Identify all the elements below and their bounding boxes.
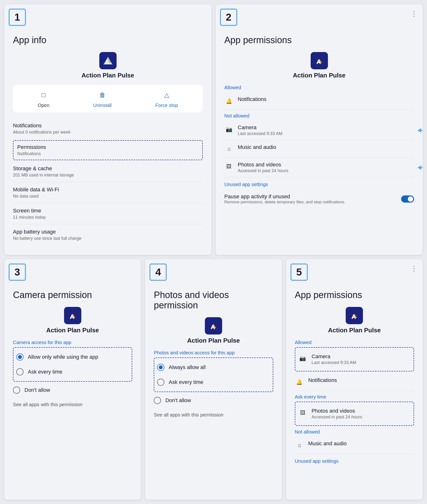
app-icon-wrap-5: A Action Plan Pulse [295,307,414,334]
camera-allowed-icon: 📷 [298,354,307,363]
camera-allowed-sub: Last accessed 9:33 AM [312,360,411,365]
pause-row[interactable]: Pause app activity if unused Remove perm… [224,190,414,208]
screen-2: 2 ⋮ App permissions A Action Plan Pulse … [216,4,423,255]
ask-every-time-option-4[interactable]: Ask every time [157,375,270,390]
notifications-title: Notifications [13,122,203,129]
ask-every-time-label-3: Ask every time [28,369,62,375]
notifications-row[interactable]: Notifications About 0 notifications per … [13,118,203,139]
ask-every-time-label-5: Ask every time [295,394,414,400]
dont-allow-option-4[interactable]: Don't allow [154,393,273,408]
svg-text:A: A [316,58,321,66]
photos-perm-sub: Accessed in past 24 hours [238,168,414,173]
photos-perm-row[interactable]: 🖼 Photos and videos Accessed in past 24 … [224,158,414,177]
camera-allowed-row[interactable]: 📷 Camera Last accessed 9:33 AM [298,350,411,369]
notifications-perm-name: Notifications [238,96,414,102]
photos-ask-sub: Accessed in past 24 hours [312,414,411,420]
photos-options-dashed: Always allow all Ask every time [154,358,273,392]
screen-time-row[interactable]: Screen time 11 minutes today [13,203,203,225]
screen-time-sub: 11 minutes today [13,215,203,220]
app-icon-wrap-1: A Action Plan Pulse [13,52,203,79]
pause-toggle[interactable] [401,196,414,203]
photos-perm-name: Photos and videos [238,162,414,168]
unused-section-2: Unused app settings Pause app activity i… [224,182,414,208]
notifications-perm-row[interactable]: 🔔 Notifications [224,92,414,110]
always-allow-all-label: Always allow all [169,364,206,370]
photos-ask-dashed: 🖼 Photos and videos Accessed in past 24 … [295,402,414,426]
dont-allow-radio-3[interactable] [13,386,20,394]
app-icon-wrap-2: A Action Plan Pulse [224,52,414,79]
music-not-allowed-row-5[interactable]: ♫ Music and audio [295,437,414,454]
not-allowed-label-5: Not allowed [295,429,414,435]
step-badge-3: 3 [9,263,26,281]
dont-allow-label-4: Don't allow [165,397,191,404]
camera-allowed-name: Camera [312,354,411,360]
ask-every-time-option-3[interactable]: Ask every time [16,364,129,379]
mobile-data-sub: No data used [13,194,203,199]
notifications-sub: About 0 notifications per week [13,130,203,135]
step-badge-5: 5 [290,263,308,281]
bottom-row: 3 Camera permission A Action Plan Pulse … [4,259,423,500]
dont-allow-option-3[interactable]: Don't allow [13,383,132,398]
allowed-label-5: Allowed [295,340,414,345]
screen-5: 5 ⋮ App permissions A Action Plan Pulse … [286,259,423,500]
pause-sub: Remove permissions, delete temporary fil… [224,200,345,204]
always-allow-radio[interactable] [157,364,164,371]
notifications-allowed-row-5[interactable]: 🔔 Notifications [295,373,414,391]
app-icon-4: A [205,317,222,334]
ask-radio-4[interactable] [157,379,164,386]
unused-section-5: Unused app settings [295,459,414,464]
screen-time-title: Screen time [13,208,203,214]
see-all-3[interactable]: See all apps with this permission [13,402,132,407]
music-icon-5: ♫ [295,441,304,450]
screen-4-title: Photos and videos permission [154,290,273,310]
step-badge-2: 2 [220,9,237,26]
screen-5-title: App permissions [295,290,414,300]
uninstall-button[interactable]: 🗑 Uninstall [93,89,112,108]
camera-access-label: Camera access for this app [13,340,132,345]
photos-ask-icon: 🖼 [298,408,307,417]
svg-text:A: A [211,323,215,331]
camera-icon: 📷 [224,125,233,134]
battery-row[interactable]: App battery usage No battery use since l… [13,225,203,245]
allow-while-using-option[interactable]: Allow only while using the app [16,350,129,364]
uninstall-label: Uninstall [93,103,112,108]
open-button[interactable]: □ Open [38,89,49,108]
camera-perm-sub: Last accessed 9:33 AM [238,131,414,136]
bell-icon: 🔔 [224,97,233,106]
bell-icon-5: 🔔 [295,378,304,387]
battery-sub: No battery use since last full charge [13,236,203,241]
notifications-allowed-name-5: Notifications [308,377,414,384]
always-allow-all-option[interactable]: Always allow all [157,360,270,375]
photos-ask-row[interactable]: 🖼 Photos and videos Accessed in past 24 … [298,404,411,423]
storage-row[interactable]: Storage & cache 201 MB used in internal … [13,161,203,182]
storage-sub: 201 MB used in internal storage [13,173,203,178]
ask-radio-3[interactable] [16,368,23,376]
permissions-row[interactable]: Permissions Notifications [13,140,203,160]
action-buttons: □ Open 🗑 Uninstall △ Force stop [13,85,203,113]
unused-label-5[interactable]: Unused app settings [295,459,414,464]
force-stop-button[interactable]: △ Force stop [155,89,178,108]
unused-label-2[interactable]: Unused app settings [224,182,414,187]
open-label: Open [38,103,49,108]
svg-text:A: A [351,313,356,320]
music-perm-row[interactable]: ♫ Music and audio [224,140,414,158]
see-all-4[interactable]: See all apps with this permission [154,412,273,418]
more-icon-2[interactable]: ⋮ [411,10,417,17]
mobile-data-row[interactable]: Mobile data & Wi-Fi No data used [13,182,203,203]
open-icon: □ [38,89,49,101]
not-allowed-label-2: Not allowed [224,113,414,119]
camera-perm-row[interactable]: 📷 Camera Last accessed 9:33 AM [224,120,414,140]
app-name-1: Action Plan Pulse [82,72,134,79]
screen-4: 4 Photos and videos permission A Action … [145,259,282,500]
dont-allow-label-3: Don't allow [24,387,50,393]
app-name-4: Action Plan Pulse [187,337,240,344]
dont-allow-radio-4[interactable] [154,397,161,404]
photos-arrow [417,165,423,170]
mobile-data-title: Mobile data & Wi-Fi [13,187,203,193]
photos-ask-name: Photos and videos [312,408,411,414]
app-icon-5: A [346,307,363,324]
camera-arrow [417,128,423,133]
app-icon-wrap-4: A Action Plan Pulse [154,317,273,344]
allow-radio[interactable] [16,354,23,361]
more-icon-5[interactable]: ⋮ [411,264,417,272]
